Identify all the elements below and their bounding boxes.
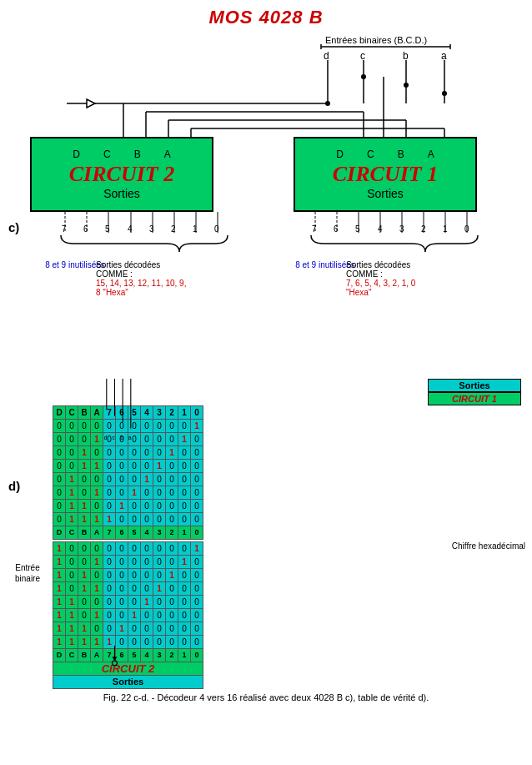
output-cell: 0 — [191, 500, 203, 513]
output-cell: 0 — [153, 542, 166, 556]
output-cell: 0 — [141, 486, 153, 500]
input-cell: 1 — [66, 596, 78, 609]
output-cell: 0 — [141, 433, 153, 446]
table-row: 110000010000 — [53, 596, 203, 609]
output-cell: 0 — [191, 569, 203, 582]
input-cell: 0 — [53, 473, 66, 486]
output-cell: 0 — [178, 446, 191, 460]
input-cell: 0 — [53, 486, 66, 500]
svg-text:7: 7 — [312, 224, 317, 234]
circuit2-name: CIRCUIT 2 — [69, 162, 174, 187]
output-cell: 0 — [103, 446, 116, 460]
output-cell: 0 — [141, 569, 153, 582]
table-row: 010100100000 — [53, 486, 203, 500]
col-out14: 6 — [116, 406, 128, 420]
separator-cell-2: 4 — [141, 649, 153, 662]
svg-text:6: 6 — [334, 224, 339, 234]
circuit1-sorties: Sorties — [367, 187, 404, 200]
input-cell: 1 — [53, 556, 66, 569]
input-cell: 1 — [78, 582, 91, 596]
output-cell: 1 — [191, 420, 203, 433]
input-cell: 1 — [53, 542, 66, 556]
output-cell: 0 — [166, 596, 178, 609]
output-cell: 0 — [191, 582, 203, 596]
output-cell: 0 — [153, 636, 166, 649]
output-cell: 0 — [103, 582, 116, 596]
input-cell: 1 — [78, 513, 91, 526]
output-cell: 0 — [116, 582, 128, 596]
svg-text:2: 2 — [171, 224, 176, 234]
table-row: 010000010000 — [53, 473, 203, 486]
input-cell: 0 — [66, 420, 78, 433]
input-cell: 0 — [53, 500, 66, 513]
output-cell: 0 — [166, 636, 178, 649]
col-out10: 2 — [166, 406, 178, 420]
output-cell: 0 — [116, 420, 128, 433]
separator-row-2: DCBA76543210 — [53, 649, 203, 662]
output-cell: 0 — [128, 460, 141, 473]
input-cell: 1 — [78, 622, 91, 636]
input-cell: 1 — [78, 636, 91, 649]
separator-cell: D — [53, 526, 66, 540]
svg-text:3: 3 — [399, 224, 404, 234]
output-cell: 0 — [178, 500, 191, 513]
table-row: 001100001000 — [53, 460, 203, 473]
input-cell: 1 — [53, 636, 66, 649]
input-cell: 0 — [53, 460, 66, 473]
output-cell: 1 — [153, 582, 166, 596]
output-cell: 0 — [153, 596, 166, 609]
input-cell: 0 — [91, 473, 103, 486]
separator-cell-2: 1 — [178, 649, 191, 662]
output-cell: 0 — [141, 636, 153, 649]
section-c-label: c) — [8, 220, 19, 234]
output-cell: 0 — [128, 446, 141, 460]
table-row: 110100100000 — [53, 609, 203, 622]
output-cell: 0 — [128, 596, 141, 609]
input-cell: 0 — [53, 446, 66, 460]
separator-cell-2: 2 — [166, 649, 178, 662]
input-cell: 0 — [66, 542, 78, 556]
svg-point-14 — [442, 91, 447, 96]
output-cell: 0 — [116, 513, 128, 526]
entree-binaire-label: Entréebinaire — [7, 562, 48, 584]
output-cell: 0 — [191, 446, 203, 460]
output-cell: 0 — [116, 473, 128, 486]
output-cell: 0 — [153, 486, 166, 500]
output-cell: 0 — [141, 420, 153, 433]
separator-row: DCBA76543210 — [53, 526, 203, 540]
output-cell: 0 — [116, 636, 128, 649]
output-cell: 0 — [166, 556, 178, 569]
input-cell: 0 — [78, 596, 91, 609]
c1-values: 7, 6, 5, 4, 3, 2, 1, 0 "Hexa" — [346, 279, 438, 297]
separator-cell-2: 7 — [103, 649, 116, 662]
svg-text:7: 7 — [62, 224, 67, 234]
input-cell: 0 — [66, 556, 78, 569]
input-cell: 1 — [91, 486, 103, 500]
output-cell: 0 — [191, 636, 203, 649]
output-cell: 1 — [141, 596, 153, 609]
input-cell: 0 — [78, 473, 91, 486]
output-cell: 0 — [191, 622, 203, 636]
section-d-label: d) — [8, 479, 20, 493]
input-cell: 0 — [78, 433, 91, 446]
input-cell: 1 — [91, 636, 103, 649]
output-cell: 0 — [128, 622, 141, 636]
svg-text:3: 3 — [149, 224, 154, 234]
output-cell: 0 — [103, 556, 116, 569]
output-cell: 0 — [178, 596, 191, 609]
output-cell: 0 — [153, 569, 166, 582]
output-cell: 0 — [153, 513, 166, 526]
chiffre-hex-label: Chiffre hexadécimal — [452, 541, 525, 551]
output-cell: 0 — [178, 542, 191, 556]
circuit1-dcba: D C B A — [336, 148, 434, 160]
col-b: B — [78, 406, 91, 420]
input-cell: 1 — [91, 609, 103, 622]
table-row: 100000000001 — [53, 542, 203, 556]
input-cell: 0 — [91, 569, 103, 582]
input-cell: 0 — [78, 609, 91, 622]
svg-text:6: 6 — [83, 224, 88, 234]
output-cell: 1 — [128, 609, 141, 622]
output-cell: 1 — [178, 433, 191, 446]
output-cell: 0 — [178, 609, 191, 622]
input-cell: 0 — [53, 513, 66, 526]
